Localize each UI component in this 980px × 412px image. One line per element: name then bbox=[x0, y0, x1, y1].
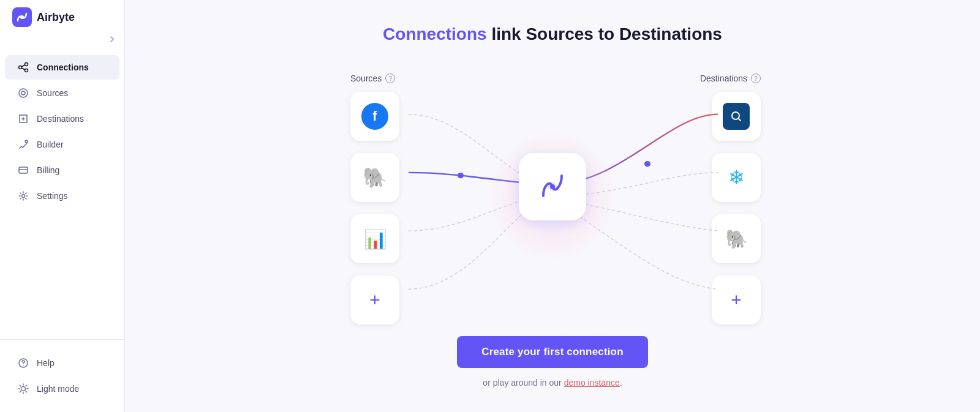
sources-label: Sources ? bbox=[350, 73, 395, 83]
svg-line-6 bbox=[22, 68, 25, 70]
sidebar-item-destinations[interactable]: Destinations bbox=[5, 107, 119, 131]
demo-instance-link[interactable]: demo instance bbox=[564, 378, 620, 388]
sidebar-item-label-lightmode: Light mode bbox=[37, 384, 79, 394]
sidebar-item-sources[interactable]: Sources bbox=[5, 81, 119, 105]
svg-point-14 bbox=[23, 365, 24, 366]
sidebar-bottom: Help Light mode bbox=[0, 339, 124, 412]
sidebar-item-settings[interactable]: Settings bbox=[5, 184, 119, 208]
sidebar-item-builder[interactable]: Builder bbox=[5, 132, 119, 157]
svg-point-15 bbox=[21, 387, 26, 391]
sidebar-item-billing[interactable]: Billing bbox=[5, 158, 119, 182]
svg-point-3 bbox=[25, 63, 28, 66]
sidebar-item-label-connections: Connections bbox=[37, 62, 89, 72]
airbyte-logo-icon bbox=[12, 7, 32, 27]
chevron-icon bbox=[107, 34, 117, 44]
source-card-sheets[interactable]: 📊 bbox=[350, 214, 399, 263]
center-airbyte-card bbox=[519, 153, 586, 220]
sheets-icon: 📊 bbox=[364, 228, 386, 250]
sidebar-item-lightmode[interactable]: Light mode bbox=[5, 376, 119, 401]
sidebar-item-label-sources: Sources bbox=[37, 88, 68, 98]
airbyte-center-icon bbox=[534, 168, 571, 205]
svg-line-5 bbox=[22, 65, 25, 67]
svg-point-9 bbox=[25, 140, 28, 143]
logo-text: Airbyte bbox=[37, 11, 75, 24]
postgres-dest-icon: 🐘 bbox=[725, 228, 748, 250]
diagram-area: Sources ? Destinations ? f 🐘 📊 + bbox=[314, 73, 791, 307]
sidebar-item-connections[interactable]: Connections bbox=[5, 55, 119, 80]
sidebar-item-label-help: Help bbox=[37, 358, 55, 368]
cta-section: Create your first connection or play aro… bbox=[457, 336, 647, 388]
svg-rect-10 bbox=[19, 167, 28, 173]
add-destination-button[interactable]: + bbox=[712, 275, 761, 324]
sidebar-item-label-destinations: Destinations bbox=[37, 114, 84, 124]
svg-point-12 bbox=[22, 195, 25, 198]
create-connection-button[interactable]: Create your first connection bbox=[457, 336, 647, 368]
dest-card-search[interactable] bbox=[712, 92, 761, 141]
search-dest-icon bbox=[723, 103, 750, 130]
svg-point-2 bbox=[19, 66, 22, 69]
main-content: Connections link Sources to Destinations… bbox=[125, 0, 980, 412]
sidebar-item-label-builder: Builder bbox=[37, 140, 64, 149]
sidebar-item-label-settings: Settings bbox=[37, 191, 68, 201]
facebook-icon: f bbox=[361, 103, 388, 130]
svg-point-8 bbox=[21, 91, 25, 95]
heading-connections: Connections bbox=[383, 24, 487, 43]
cta-subtitle: or play around in our demo instance. bbox=[483, 378, 622, 388]
svg-point-17 bbox=[550, 184, 555, 189]
page-heading: Connections link Sources to Destinations bbox=[383, 24, 722, 44]
postgres-source-icon: 🐘 bbox=[363, 166, 387, 189]
svg-point-20 bbox=[644, 161, 650, 167]
svg-point-7 bbox=[19, 89, 28, 97]
sidebar-item-help[interactable]: Help bbox=[5, 351, 119, 375]
add-dest-icon: + bbox=[731, 290, 742, 310]
destinations-icon bbox=[17, 113, 29, 125]
source-card-facebook[interactable]: f bbox=[350, 92, 399, 141]
nav-menu: Connections Sources Destinations bbox=[0, 49, 124, 339]
connections-icon bbox=[17, 61, 29, 73]
destinations-info-icon[interactable]: ? bbox=[751, 73, 761, 83]
dest-card-postgres[interactable]: 🐘 bbox=[712, 214, 761, 263]
sources-info-icon[interactable]: ? bbox=[385, 73, 395, 83]
heading-rest: link Sources to Destinations bbox=[487, 24, 722, 43]
sidebar: Airbyte Connections bbox=[0, 0, 125, 412]
add-source-icon: + bbox=[369, 290, 380, 310]
snowflake-icon: ❄ bbox=[728, 166, 745, 189]
billing-icon bbox=[17, 164, 29, 176]
svg-point-4 bbox=[25, 69, 28, 72]
builder-icon bbox=[17, 138, 29, 151]
lightmode-icon bbox=[17, 383, 29, 395]
collapse-button[interactable] bbox=[0, 34, 124, 49]
add-source-button[interactable]: + bbox=[350, 275, 399, 324]
help-icon bbox=[17, 357, 29, 369]
destinations-label: Destinations ? bbox=[700, 73, 761, 83]
source-card-postgres[interactable]: 🐘 bbox=[350, 153, 399, 202]
settings-icon bbox=[17, 190, 29, 202]
svg-point-19 bbox=[458, 173, 464, 179]
logo: Airbyte bbox=[0, 0, 124, 34]
svg-point-1 bbox=[20, 15, 24, 19]
sources-icon bbox=[17, 87, 29, 99]
sidebar-item-label-billing: Billing bbox=[37, 165, 59, 175]
dest-card-snowflake[interactable]: ❄ bbox=[712, 153, 761, 202]
